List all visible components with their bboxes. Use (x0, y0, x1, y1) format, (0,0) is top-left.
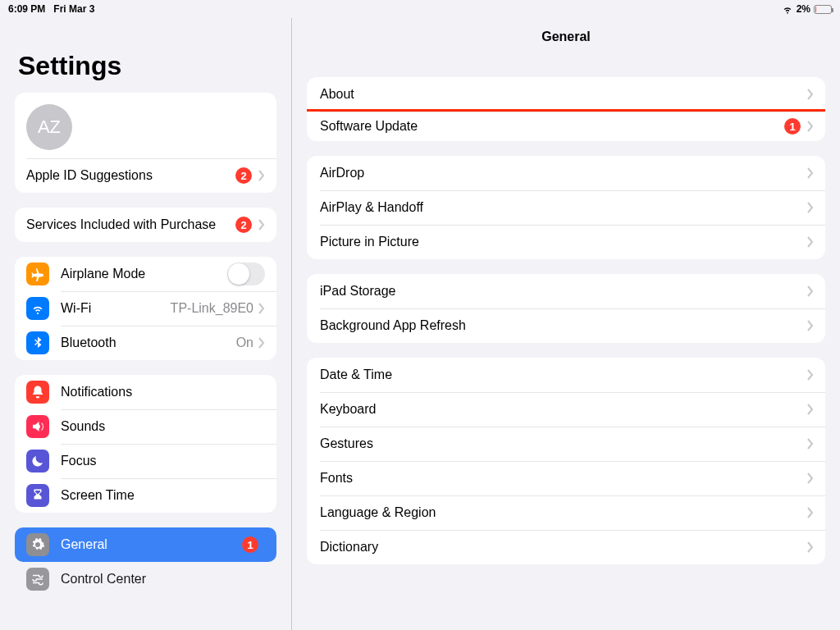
label: Dictionary (320, 540, 807, 555)
battery-percent: 2% (797, 3, 810, 15)
label: Fonts (320, 471, 807, 486)
profile-card: AZ Apple ID Suggestions 2 (15, 93, 276, 193)
chevron-right-icon (807, 285, 814, 297)
system-card: General 1 Control Center (15, 527, 276, 596)
chevron-right-icon (807, 236, 814, 248)
airdrop-row[interactable]: AirDrop (307, 156, 825, 190)
alerts-card: Notifications Sounds Focus Screen Time (15, 375, 276, 513)
chevron-right-icon (258, 219, 265, 231)
chevron-right-icon (807, 472, 814, 484)
label: Sounds (61, 419, 265, 434)
chevron-right-icon (258, 303, 265, 314)
chevron-right-icon (807, 438, 814, 450)
airplane-toggle[interactable] (227, 262, 265, 285)
label: Apple ID Suggestions (26, 168, 235, 183)
chevron-right-icon (807, 404, 814, 415)
storage-group: iPad Storage Background App Refresh (307, 274, 825, 343)
about-group: About Software Update 1 (307, 77, 825, 141)
gear-icon (26, 533, 49, 556)
label: Wi-Fi (61, 301, 171, 316)
switches-icon (26, 568, 49, 591)
badge: 2 (235, 217, 252, 233)
label: Picture in Picture (320, 235, 807, 249)
date-time-row[interactable]: Date & Time (307, 358, 825, 392)
chevron-right-icon (807, 89, 814, 100)
label: General (61, 537, 242, 552)
fonts-row[interactable]: Fonts (307, 461, 825, 495)
badge: 1 (242, 536, 258, 553)
airplane-icon (26, 262, 49, 285)
label: iPad Storage (320, 284, 807, 299)
keyboard-row[interactable]: Keyboard (307, 392, 825, 427)
chevron-right-icon (807, 369, 814, 381)
bell-icon (26, 381, 49, 404)
settings-sidebar: Settings AZ Apple ID Suggestions 2 Servi… (0, 18, 292, 630)
label: Control Center (61, 572, 265, 587)
page-title: Settings (18, 51, 276, 81)
chevron-right-icon (807, 202, 814, 213)
status-date: Fri Mar 3 (53, 3, 94, 15)
chevron-right-icon (807, 507, 814, 518)
general-row[interactable]: General 1 (15, 527, 276, 562)
chevron-right-icon (807, 320, 814, 331)
badge: 2 (235, 167, 252, 184)
connectivity-card: Airplane Mode Wi-Fi TP-Link_89E0 Bluetoo… (15, 257, 276, 360)
label: Language & Region (320, 505, 807, 520)
about-row[interactable]: About (307, 77, 825, 112)
label: Airplane Mode (61, 267, 227, 281)
wifi-icon (782, 3, 793, 15)
wifi-icon (26, 297, 49, 320)
ipad-storage-row[interactable]: iPad Storage (307, 274, 825, 308)
label: Bluetooth (61, 336, 236, 350)
label: Date & Time (320, 368, 807, 382)
gestures-row[interactable]: Gestures (307, 427, 825, 461)
label: Screen Time (61, 488, 265, 503)
wifi-row[interactable]: Wi-Fi TP-Link_89E0 (15, 291, 276, 326)
chevron-right-icon (807, 121, 814, 132)
badge: 1 (784, 118, 801, 135)
language-region-row[interactable]: Language & Region (307, 495, 825, 530)
chevron-right-icon (258, 337, 265, 349)
notifications-row[interactable]: Notifications (15, 375, 276, 409)
detail-title: General (307, 30, 825, 44)
label: Notifications (61, 385, 265, 399)
label: Background App Refresh (320, 318, 807, 333)
avatar[interactable]: AZ (26, 104, 72, 150)
services-included-row[interactable]: Services Included with Purchase 2 (15, 208, 276, 242)
apple-id-suggestions-row[interactable]: Apple ID Suggestions 2 (15, 158, 276, 193)
bluetooth-row[interactable]: Bluetooth On (15, 326, 276, 360)
sharing-group: AirDrop AirPlay & Handoff Picture in Pic… (307, 156, 825, 259)
speaker-icon (26, 415, 49, 438)
airplay-handoff-row[interactable]: AirPlay & Handoff (307, 190, 825, 225)
label: Keyboard (320, 402, 807, 417)
general-detail: General About Software Update 1 AirDrop … (292, 18, 840, 630)
bluetooth-icon (26, 331, 49, 354)
status-bar: 6:09 PM Fri Mar 3 2% (0, 0, 840, 18)
label: Focus (61, 454, 265, 468)
label: Services Included with Purchase (26, 217, 235, 232)
battery-icon (814, 5, 832, 14)
label: About (320, 87, 807, 102)
sounds-row[interactable]: Sounds (15, 409, 276, 444)
screen-time-row[interactable]: Screen Time (15, 478, 276, 513)
software-update-row[interactable]: Software Update 1 (307, 109, 825, 141)
dictionary-row[interactable]: Dictionary (307, 530, 825, 564)
label: AirPlay & Handoff (320, 200, 807, 215)
bluetooth-value: On (236, 336, 253, 350)
moon-icon (26, 450, 49, 472)
focus-row[interactable]: Focus (15, 444, 276, 478)
services-card: Services Included with Purchase 2 (15, 208, 276, 242)
chevron-right-icon (807, 167, 814, 179)
hourglass-icon (26, 484, 49, 507)
background-app-refresh-row[interactable]: Background App Refresh (307, 308, 825, 343)
chevron-right-icon (807, 541, 814, 553)
label: Software Update (320, 119, 784, 134)
airplane-mode-row[interactable]: Airplane Mode (15, 257, 276, 291)
input-group: Date & Time Keyboard Gestures Fonts Lang… (307, 358, 825, 564)
label: Gestures (320, 436, 807, 451)
control-center-row[interactable]: Control Center (15, 562, 276, 596)
chevron-right-icon (258, 170, 265, 181)
picture-in-picture-row[interactable]: Picture in Picture (307, 225, 825, 259)
wifi-value: TP-Link_89E0 (171, 301, 253, 316)
status-time: 6:09 PM (8, 3, 45, 15)
